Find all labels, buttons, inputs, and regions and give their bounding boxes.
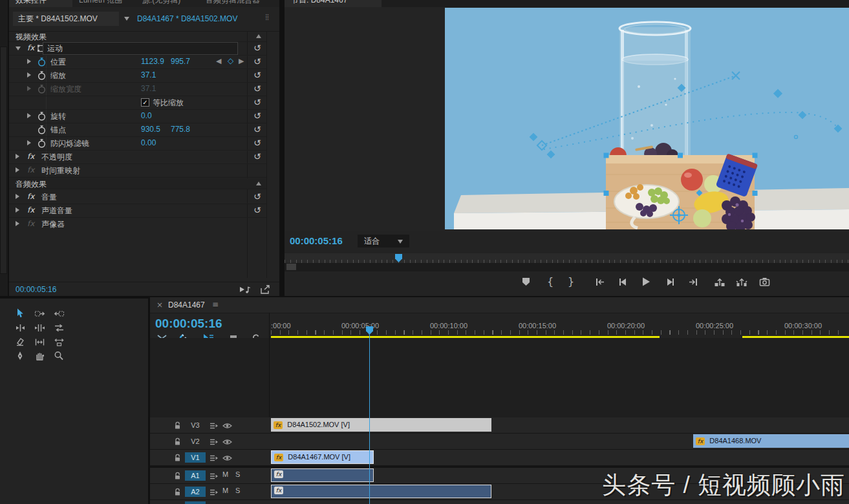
source-patch-icon[interactable] xyxy=(210,489,219,496)
uniform-scale-checkbox[interactable]: ✓ xyxy=(141,98,149,107)
expander-icon[interactable] xyxy=(16,194,19,199)
clip-d84a1468[interactable]: fx D84A1468.MOV xyxy=(693,434,849,448)
effect-row-position[interactable]: 位置 1123.9 995.7 ◀ ◇ ▶ ↺ xyxy=(9,55,266,69)
pen-tool[interactable] xyxy=(12,350,28,362)
mute-button[interactable]: M xyxy=(222,487,228,494)
source-patch-icon[interactable] xyxy=(210,473,219,479)
lift-icon[interactable] xyxy=(714,277,725,287)
chevron-down-icon[interactable] xyxy=(124,17,129,21)
solo-button[interactable]: S xyxy=(235,470,240,478)
rate-stretch-tool[interactable] xyxy=(50,321,67,334)
collapse-section-icon[interactable] xyxy=(256,34,261,38)
go-to-in-icon[interactable] xyxy=(595,277,605,287)
effect-row-channel-volume[interactable]: fx 声道音量 ↺ xyxy=(9,204,266,218)
slide-tool[interactable] xyxy=(50,335,67,348)
lock-icon[interactable] xyxy=(174,437,181,446)
track-label-a2[interactable]: A2 xyxy=(185,487,206,497)
expander-icon[interactable] xyxy=(27,113,31,118)
reset-icon[interactable]: ↺ xyxy=(253,152,261,161)
go-to-out-icon[interactable] xyxy=(688,277,698,287)
reset-icon[interactable]: ↺ xyxy=(253,57,261,66)
fx-badge[interactable]: fx xyxy=(274,421,283,429)
expander-icon[interactable] xyxy=(27,86,31,91)
fx-badge[interactable]: fx xyxy=(274,454,283,461)
tab-lumetri-scopes[interactable]: Lumetri 范围 xyxy=(72,0,141,7)
stopwatch-icon[interactable] xyxy=(38,139,46,148)
track-select-backward-tool[interactable] xyxy=(50,307,67,320)
effect-row-opacity[interactable]: fx 不透明度 ↺ xyxy=(9,150,266,164)
source-patch-icon[interactable] xyxy=(210,423,219,429)
reset-icon[interactable]: ↺ xyxy=(253,43,261,52)
effect-row-panner[interactable]: fx 声像器 xyxy=(9,217,266,231)
toggle-effects-icon[interactable] xyxy=(260,285,270,294)
expander-icon[interactable] xyxy=(16,154,19,159)
reset-icon[interactable]: ↺ xyxy=(253,70,261,79)
clip-d84a1502[interactable]: fx D84A1502.MOV [V] xyxy=(271,418,491,432)
solo-button[interactable]: S xyxy=(235,487,240,494)
reset-icon[interactable]: ↺ xyxy=(253,192,261,201)
expander-icon[interactable] xyxy=(16,207,19,213)
master-clip-selector[interactable]: 主要 * D84A1502.MOV xyxy=(13,12,119,26)
expander-icon[interactable] xyxy=(27,59,31,64)
motion-name-box[interactable]: 运动 xyxy=(43,42,238,55)
effect-row-uniform-scale[interactable]: ✓ 等比缩放 ↺ xyxy=(9,96,266,110)
mute-button[interactable]: M xyxy=(222,470,228,478)
track-label-a1[interactable]: A1 xyxy=(185,470,206,481)
zoom-tool[interactable] xyxy=(50,350,67,362)
source-patch-icon[interactable] xyxy=(210,439,219,445)
stopwatch-icon[interactable] xyxy=(38,112,46,121)
reset-icon[interactable]: ↺ xyxy=(253,84,261,93)
tab-program-monitor[interactable]: 节目: D84A1467 xyxy=(285,0,382,7)
pip-fruit-clip[interactable] xyxy=(606,153,758,229)
eye-icon[interactable] xyxy=(222,439,232,445)
collapse-section-icon[interactable] xyxy=(256,182,261,185)
panel-menu-icon[interactable]: ≡ xyxy=(212,300,219,309)
slip-tool[interactable] xyxy=(31,335,48,348)
lock-icon[interactable] xyxy=(174,488,181,496)
step-forward-icon[interactable] xyxy=(665,277,675,287)
effect-row-time-remap[interactable]: fx 时间重映射 xyxy=(9,163,266,178)
expander-icon[interactable] xyxy=(16,167,19,173)
clip-d84a1467-video[interactable]: fx D84A1467.MOV [V] xyxy=(271,450,374,464)
program-timecode[interactable]: 00:00:05:16 xyxy=(290,235,343,246)
position-x-value[interactable]: 1123.9 xyxy=(141,57,164,66)
stopwatch-icon[interactable] xyxy=(38,71,46,80)
source-patch-icon[interactable] xyxy=(210,455,219,461)
timeline-ruler[interactable]: :00:00 00:00:05:00 00:00:10:00 00:00:15:… xyxy=(270,322,849,335)
program-scrollbar[interactable] xyxy=(285,263,849,271)
stopwatch-icon[interactable] xyxy=(38,125,46,134)
reset-icon[interactable]: ↺ xyxy=(253,98,261,107)
effect-row-antiflicker[interactable]: 防闪烁滤镜 0.00 ↺ xyxy=(9,136,266,151)
extract-icon[interactable] xyxy=(736,277,747,287)
rolling-edit-tool[interactable] xyxy=(31,321,48,334)
prev-keyframe-icon[interactable]: ◀ xyxy=(216,57,221,65)
add-keyframe-icon[interactable]: ◇ xyxy=(228,56,233,65)
tab-audio-clip-mixer[interactable]: 音频剪辑混合器 xyxy=(199,0,279,7)
expander-icon[interactable] xyxy=(16,47,21,50)
scrollbar-thumb[interactable] xyxy=(286,264,296,270)
play-icon[interactable] xyxy=(641,277,651,287)
next-keyframe-icon[interactable]: ▶ xyxy=(239,57,244,65)
ripple-edit-tool[interactable] xyxy=(12,321,28,334)
effect-row-anchor[interactable]: 锚点 930.5 775.8 ↺ xyxy=(9,123,266,137)
lock-icon[interactable] xyxy=(174,421,181,430)
add-marker-icon[interactable] xyxy=(522,278,530,286)
lock-icon[interactable] xyxy=(174,472,181,480)
close-icon[interactable]: × xyxy=(156,300,163,310)
program-playhead[interactable] xyxy=(395,254,402,262)
step-back-icon[interactable] xyxy=(618,277,629,287)
expander-icon[interactable] xyxy=(27,72,31,78)
effect-row-rotation[interactable]: 旋转 0.0 ↺ xyxy=(9,109,266,123)
sequence-clip-label[interactable]: D84A1467 * D84A1502.MOV xyxy=(137,12,237,26)
panel-grip-icon[interactable]: ⣿ xyxy=(265,14,269,20)
reset-icon[interactable]: ↺ xyxy=(253,205,261,215)
razor-tool[interactable] xyxy=(12,335,28,348)
track-label-v2[interactable]: V2 xyxy=(185,436,206,446)
reset-icon[interactable]: ↺ xyxy=(253,138,261,147)
rotation-value[interactable]: 0.0 xyxy=(141,111,152,120)
program-mini-ruler[interactable] xyxy=(285,253,849,263)
expander-icon[interactable] xyxy=(16,221,19,226)
expander-icon[interactable] xyxy=(27,140,31,145)
fx-badge[interactable]: fx xyxy=(274,487,283,494)
tab-source-monitor[interactable]: 源:(无剪辑) xyxy=(136,0,204,7)
